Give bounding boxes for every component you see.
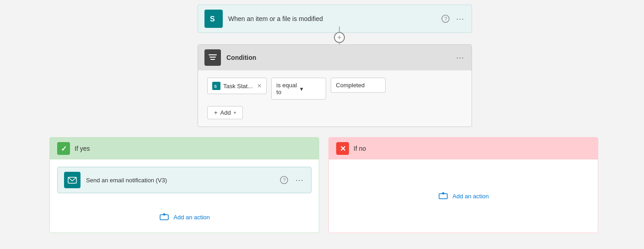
condition-block: Condition ··· S Task Stat... ✕ bbox=[198, 44, 472, 127]
branch-yes-header: ✓ If yes bbox=[50, 138, 319, 159]
branch-no-header: ✕ If no bbox=[329, 138, 598, 159]
svg-rect-3 bbox=[209, 54, 217, 55]
branch-no: ✕ If no Add an action bbox=[328, 137, 598, 233]
svg-rect-5 bbox=[210, 59, 215, 60]
branches-container: ✓ If yes Send an email notification (V3) bbox=[49, 137, 598, 233]
add-action-no-icon bbox=[438, 191, 449, 201]
trigger-icon: S bbox=[204, 10, 223, 28]
branch-no-body: Add an action bbox=[329, 159, 598, 233]
branch-yes-body: Send an email notification (V3) ? ··· bbox=[50, 159, 319, 233]
add-step-button[interactable]: + bbox=[334, 32, 345, 43]
condition-icon-svg bbox=[207, 52, 218, 63]
email-action-title: Send an email notification (V3) bbox=[86, 177, 274, 184]
svg-rect-4 bbox=[209, 57, 216, 58]
email-action-help-button[interactable]: ? bbox=[279, 175, 289, 185]
email-action-icon bbox=[64, 172, 80, 188]
email-action-more-button[interactable]: ··· bbox=[295, 175, 305, 186]
condition-more-button[interactable]: ··· bbox=[455, 52, 465, 64]
add-condition-button[interactable]: + Add ▾ bbox=[207, 106, 462, 119]
connector-line-top bbox=[339, 26, 340, 32]
branch-yes: ✓ If yes Send an email notification (V3) bbox=[49, 137, 319, 233]
add-btn-inner[interactable]: + Add ▾ bbox=[207, 106, 243, 119]
svg-text:?: ? bbox=[444, 16, 447, 21]
add-chevron-icon: ▾ bbox=[234, 110, 236, 115]
add-action-icon-svg bbox=[159, 212, 169, 222]
trigger-more-button[interactable]: ··· bbox=[455, 13, 465, 25]
email-help-icon: ? bbox=[280, 176, 288, 184]
sharepoint-icon: S bbox=[208, 13, 219, 24]
branch-yes-icon: ✓ bbox=[57, 142, 70, 155]
trigger-help-button[interactable]: ? bbox=[440, 14, 451, 24]
help-icon: ? bbox=[441, 15, 450, 23]
condition-block-icon bbox=[204, 49, 221, 66]
condition-operator-value: is equal to bbox=[276, 82, 297, 95]
condition-row: S Task Stat... ✕ is equal to ▾ Completed bbox=[207, 78, 462, 100]
flow-canvas: S When an item or a file is modified ? ·… bbox=[0, 0, 644, 249]
chevron-down-icon: ▾ bbox=[300, 85, 321, 92]
branch-no-label: If no bbox=[354, 145, 366, 152]
condition-value[interactable]: Completed bbox=[331, 78, 386, 93]
token-icon: S bbox=[212, 82, 220, 90]
token-close-button[interactable]: ✕ bbox=[257, 83, 262, 89]
add-action-yes-icon bbox=[159, 212, 170, 223]
svg-text:?: ? bbox=[283, 177, 285, 183]
token-label: Task Stat... bbox=[223, 83, 252, 90]
condition-header: Condition ··· bbox=[198, 45, 472, 70]
svg-text:S: S bbox=[210, 15, 215, 23]
add-label: Add bbox=[220, 109, 231, 116]
condition-operator-select[interactable]: is equal to ▾ bbox=[271, 78, 326, 100]
add-action-no-button[interactable]: Add an action bbox=[438, 188, 489, 204]
add-action-yes-button[interactable]: Add an action bbox=[159, 209, 210, 225]
trigger-actions: ? ··· bbox=[440, 13, 465, 25]
svg-text:S: S bbox=[214, 84, 217, 89]
add-plus-icon: + bbox=[214, 109, 218, 116]
add-action-no-icon-svg bbox=[438, 191, 448, 201]
add-action-no-label: Add an action bbox=[452, 193, 489, 200]
condition-token[interactable]: S Task Stat... ✕ bbox=[207, 78, 267, 94]
branch-no-icon: ✕ bbox=[336, 142, 349, 155]
condition-title: Condition bbox=[226, 54, 450, 61]
trigger-title: When an item or a file is modified bbox=[228, 15, 435, 22]
email-icon-svg bbox=[67, 175, 77, 185]
condition-body: S Task Stat... ✕ is equal to ▾ Completed bbox=[198, 70, 472, 127]
branch-yes-label: If yes bbox=[75, 145, 90, 152]
email-action-card: Send an email notification (V3) ? ··· bbox=[57, 167, 311, 193]
token-sharepoint-icon: S bbox=[214, 83, 219, 89]
add-action-yes-label: Add an action bbox=[173, 214, 210, 221]
